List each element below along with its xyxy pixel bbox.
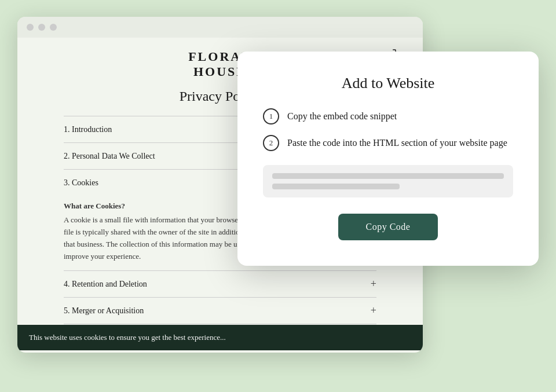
accordion-label-5: 5. Merger or Acquisition	[64, 306, 144, 316]
cookie-banner: This website uses cookies to ensure you …	[17, 325, 423, 350]
accordion-label-1: 1. Introduction	[64, 125, 112, 134]
cookie-banner-text: This website uses cookies to ensure you …	[29, 333, 226, 342]
code-line-1	[272, 173, 504, 179]
copy-code-button[interactable]: Copy Code	[338, 214, 438, 240]
accordion-label-2: 2. Personal Data We Collect	[64, 152, 155, 161]
modal-step-1: 1 Copy the embed code snippet	[263, 108, 513, 124]
modal-title: Add to Website	[263, 75, 513, 92]
step-circle-1: 1	[263, 108, 279, 124]
accordion-item-4[interactable]: 4. Retention and Deletion +	[64, 270, 376, 297]
step-text-1: Copy the embed code snippet	[287, 111, 397, 122]
accordion-label-4: 4. Retention and Deletion	[64, 280, 147, 289]
modal-panel: Add to Website 1 Copy the embed code sni…	[237, 52, 539, 266]
accordion-plus-4: +	[371, 278, 376, 290]
window-dot-red	[27, 24, 34, 31]
window-dot-yellow	[38, 24, 45, 31]
browser-titlebar	[17, 17, 423, 38]
code-snippet-area	[263, 165, 513, 197]
modal-step-2: 2 Paste the code into the HTML section o…	[263, 135, 513, 151]
step-text-2: Paste the code into the HTML section of …	[287, 138, 507, 148]
step-circle-2: 2	[263, 135, 279, 151]
code-line-2	[272, 184, 400, 189]
window-dot-green	[50, 24, 57, 31]
accordion-plus-5: +	[371, 305, 376, 317]
accordion-item-5[interactable]: 5. Merger or Acquisition +	[64, 297, 376, 324]
accordion-label-3: 3. Cookies	[64, 178, 98, 188]
